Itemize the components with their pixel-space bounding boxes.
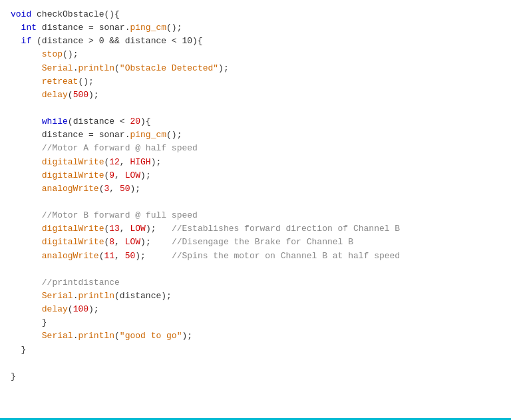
code-line: digitalWrite(12, HIGH); [11,156,500,169]
code-line: void checkObstacle(){ [11,8,500,21]
code-line: int distance = sonar.ping_cm(); [11,21,500,35]
code-line [11,196,500,209]
code-line [11,357,500,370]
code-line: delay(100); [11,303,500,316]
code-line: } [11,343,500,357]
code-line: analogWrite(11, 50); //Spins the motor o… [11,250,500,263]
code-line: distance = sonar.ping_cm(); [11,128,500,142]
code-line: //Motor B forward @ full speed [11,209,500,222]
code-line: Serial.println(distance); [11,290,500,303]
code-line: } [11,370,500,383]
code-content: void checkObstacle(){ int distance = son… [0,8,511,383]
code-line [11,263,500,276]
code-line: digitalWrite(13, LOW); //Establishes for… [11,222,500,236]
code-line: digitalWrite(8, LOW); //Disengage the Br… [11,236,500,249]
code-line: //printdistance [11,276,500,290]
code-line: digitalWrite(9, LOW); [11,169,500,182]
code-line: Serial.println("Obstacle Detected"); [11,62,500,75]
code-line: delay(500); [11,89,500,102]
code-line [11,102,500,115]
code-line: retreat(); [11,75,500,89]
code-line: while(distance < 20){ [11,115,500,128]
code-editor: void checkObstacle(){ int distance = son… [0,0,511,420]
code-line: //Motor A forward @ half speed [11,142,500,155]
code-line: Serial.println("good to go"); [11,329,500,343]
code-line: if (distance > 0 && distance < 10){ [11,35,500,48]
code-line: stop(); [11,48,500,61]
code-line: } [11,316,500,329]
code-line: analogWrite(3, 50); [11,182,500,196]
